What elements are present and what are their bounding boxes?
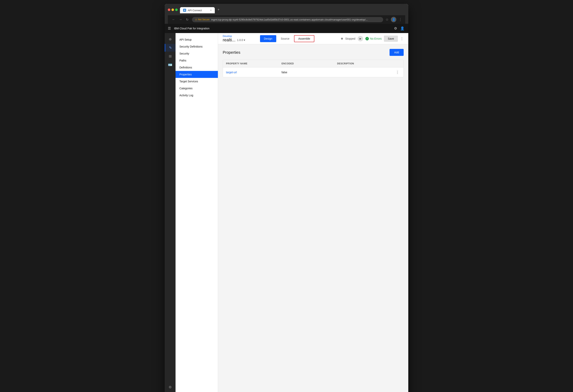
bookmark-icon[interactable]: ☆ [385,18,389,22]
more-options-button[interactable]: ⋮ [400,36,404,41]
sidebar-item-catalog[interactable]: 🪪 [166,61,174,69]
tab-design[interactable]: Design [260,35,276,42]
breadcrumb-develop: Develop realti... 1.0.0 ▾ [223,35,245,42]
integrations-icon: ⊕ [169,37,172,41]
user-icon[interactable]: 👤 [399,25,405,31]
play-button[interactable]: ▶ [358,36,363,41]
column-encoded: ENCODED [282,62,337,65]
version-dropdown-button[interactable]: ▾ [244,38,245,42]
sidebar-item-paths[interactable]: Paths [176,57,218,64]
settings-sidebar-icon: ⚙ [169,385,172,389]
content-sidebar: API Setup Security Definitions Security … [176,33,218,392]
sidebar-item-categories[interactable]: Categories [176,85,218,92]
save-button[interactable]: Save [384,36,398,42]
app-title-label: IBM Cloud Pak for Integration [174,27,210,30]
sidebar-item-properties[interactable]: Properties [176,71,218,78]
browser-window: A API Connect × + ← → ↻ ⚠ Not Secure mgm… [165,4,408,392]
warning-icon: ⚠ [195,18,197,21]
app-topbar: ☰ IBM Cloud Pak for Integration ⚙ 👤 [165,24,408,33]
no-errors-label: No Errors [370,37,382,40]
tab-close-button[interactable]: × [210,9,212,12]
address-bar: ← → ↻ ⚠ Not Secure mgmt.icp-proxy.djc-ic… [168,15,405,24]
encoded-cell: false [282,71,337,74]
status-dot-indicator [341,38,343,40]
tab-bar: A API Connect × + [180,6,222,13]
sidebar-item-integrations[interactable]: ⊕ [166,35,174,43]
sidebar-item-activity-log[interactable]: Activity Log [176,92,218,99]
apis-icon: ✎ [169,46,172,50]
api-tabs: Design Source Assemble [260,35,314,42]
close-traffic-light[interactable] [168,8,170,11]
reload-button[interactable]: ↻ [185,18,190,22]
row-menu-button[interactable]: ⋮ [394,70,400,75]
column-description: DESCRIPTION [337,62,393,65]
tab-title-label: API Connect [188,9,202,12]
row-actions: ⋮ [393,70,400,75]
incognito-icon: 👤 [392,18,395,21]
hamburger-menu-button[interactable]: ☰ [168,26,171,31]
table-row: target-url false ⋮ [223,68,403,77]
sidebar-item-api-setup[interactable]: API Setup [176,36,218,43]
check-circle-icon: ✓ [365,37,369,40]
nav-buttons: ← → ↻ [171,18,190,22]
table-header: PROPERTY NAME ENCODED DESCRIPTION [223,60,403,68]
sidebar-item-apis[interactable]: ✎ [165,44,176,52]
browser-tab-api-connect[interactable]: A API Connect × [180,7,215,13]
minimize-traffic-light[interactable] [171,8,174,11]
maximize-traffic-light[interactable] [175,8,178,11]
tab-assemble[interactable]: Assemble [294,35,314,42]
develop-breadcrumb-link[interactable]: Develop [223,35,245,37]
column-actions [393,62,400,65]
api-version-label: 1.0.0 ▾ [237,38,245,42]
sidebar-item-settings[interactable]: ⚙ [166,383,174,391]
incognito-button[interactable]: 👤 [391,17,396,22]
forward-button[interactable]: → [178,18,183,22]
browser-actions: ☆ 👤 ⋮ [385,17,402,22]
column-property-name: PROPERTY NAME [226,62,282,65]
property-name-cell[interactable]: target-url [226,71,282,74]
sidebar-item-security-definitions[interactable]: Security Definitions [176,43,218,50]
no-errors-badge: ✓ No Errors [365,37,382,40]
not-secure-badge: ⚠ Not Secure [195,18,210,21]
sidebar-item-target-services[interactable]: Target Services [176,78,218,85]
new-tab-button[interactable]: + [215,6,222,13]
sidebar-item-definitions[interactable]: Definitions [176,64,218,71]
url-bar[interactable]: ⚠ Not Secure mgmt.icp-proxy.djc-icp4i-52… [192,17,383,22]
topbar-actions: ⚙ 👤 [393,25,405,31]
title-bar: A API Connect × + [168,6,405,13]
tab-source[interactable]: Source [277,35,293,42]
traffic-lights [168,8,178,11]
properties-content: Properties Add PROPERTY NAME ENCODED DES… [218,44,408,392]
api-name-label: realti... 1.0.0 ▾ [223,37,245,42]
properties-table: PROPERTY NAME ENCODED DESCRIPTION target… [223,60,404,77]
browser-more-button[interactable]: ⋮ [399,18,402,22]
sidebar-item-dashboard[interactable]: ⊞ [166,52,174,60]
not-secure-label: Not Secure [198,18,210,21]
catalog-icon: 🪪 [168,63,172,67]
main-content: Develop realti... 1.0.0 ▾ Design Source [218,33,408,392]
properties-title: Properties [223,50,240,55]
properties-header: Properties Add [223,49,404,56]
api-status-area: Stopped ▶ ✓ No Errors Save ⋮ [341,36,404,42]
icon-sidebar: ⊕ ✎ ⊞ 🪪 ⚙ ? [165,33,176,392]
browser-chrome: A API Connect × + ← → ↻ ⚠ Not Secure mgm… [165,4,408,24]
tab-favicon: A [183,9,186,12]
settings-icon[interactable]: ⚙ [393,25,398,31]
back-button[interactable]: ← [171,18,176,22]
url-text: mgmt.icp-proxy.djc-icp4i-5290c8c8e579792… [211,18,368,21]
status-stopped-label: Stopped [345,37,355,40]
sidebar-item-security[interactable]: Security [176,50,218,57]
main-layout: ⊕ ✎ ⊞ 🪪 ⚙ ? API Setu [165,33,408,392]
dashboard-icon: ⊞ [169,54,172,58]
add-property-button[interactable]: Add [390,49,404,56]
api-editor-header: Develop realti... 1.0.0 ▾ Design Source [218,33,408,44]
app-content: ☰ IBM Cloud Pak for Integration ⚙ 👤 ⊕ ✎ … [165,24,408,392]
